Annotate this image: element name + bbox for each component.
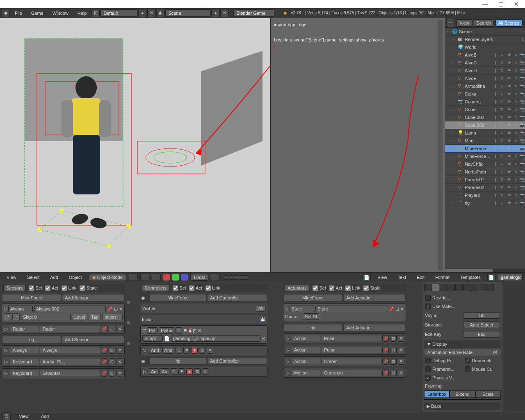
- txt-view[interactable]: View: [373, 274, 391, 281]
- object-tab-icon[interactable]: [455, 284, 463, 291]
- vp-object[interactable]: Object: [65, 274, 86, 281]
- pin-icon[interactable]: 📌: [107, 306, 113, 312]
- outliner-view[interactable]: View: [457, 19, 472, 27]
- delete-icon[interactable]: ✕: [119, 306, 123, 312]
- link-checkbox[interactable]: [62, 285, 67, 291]
- footer-add[interactable]: Add: [37, 413, 53, 420]
- level-button[interactable]: Level: [72, 314, 87, 320]
- axis-x-icon[interactable]: [163, 274, 170, 281]
- manipulator-icon[interactable]: [152, 274, 161, 281]
- tree-row[interactable]: ◦▽AlvoC|▽👁↖📷: [445, 59, 525, 67]
- actuator-action[interactable]: ▷ActionCorrer📌⊡✕: [283, 356, 406, 366]
- pulse-true-icon[interactable]: ⋮: [4, 313, 11, 320]
- maximize-icon[interactable]: ▢: [498, 1, 504, 7]
- mouse-cursor-checkbox[interactable]: [465, 366, 470, 372]
- add-controller-button[interactable]: Add Controller: [208, 294, 267, 301]
- menu-file[interactable]: File: [11, 9, 26, 17]
- store-icon[interactable]: 💾: [260, 317, 266, 322]
- letterbox-button[interactable]: Letterbox: [424, 390, 450, 398]
- scrollbar[interactable]: [445, 269, 525, 272]
- engine-dropdown[interactable]: Blender Game: [233, 9, 274, 17]
- bake-panel-header[interactable]: ▶ Bake: [424, 402, 501, 410]
- mode-dropdown[interactable]: ◆Object Mode: [89, 274, 126, 281]
- txt-templates[interactable]: Templates: [456, 274, 485, 281]
- txt-format[interactable]: Format: [431, 274, 454, 281]
- tree-row[interactable]: ◦▽NurbsPath|▽👁↖📷: [445, 168, 525, 176]
- add-scene-button[interactable]: +: [211, 9, 219, 17]
- menu-window[interactable]: Window: [48, 9, 73, 17]
- storage-dropdown[interactable]: Auto Select: [463, 322, 500, 328]
- tree-row[interactable]: ◦🌐Scene: [445, 28, 525, 36]
- add-layout-button[interactable]: +: [138, 9, 146, 17]
- tree-row[interactable]: ◦▽NavChão|▽👁↖📷: [445, 160, 525, 168]
- world-tab-icon[interactable]: [447, 284, 455, 291]
- scene-tab-icon[interactable]: [440, 284, 447, 291]
- scale-button[interactable]: Scale: [475, 390, 501, 398]
- layer-buttons[interactable]: [224, 275, 248, 280]
- menu-help[interactable]: Help: [73, 9, 91, 17]
- scene-icon[interactable]: ◉: [156, 9, 164, 17]
- tap-button[interactable]: Tap: [89, 314, 101, 320]
- axis-z-icon[interactable]: [181, 274, 188, 281]
- connection-socket[interactable]: [126, 300, 130, 304]
- controller-and[interactable]: ▷AnAn1⚑■⊡✕: [140, 367, 267, 377]
- editor-type-icon[interactable]: ☰: [447, 19, 455, 27]
- modifier-tab-icon[interactable]: [471, 284, 478, 291]
- sensor-keyboard[interactable]: ▷KeyboardLevantar📌⊡✕: [2, 368, 125, 378]
- tree-row[interactable]: ◦▽Cube.002|▽👁↖📷: [445, 114, 525, 121]
- vsync-dropdown[interactable]: On: [463, 312, 500, 319]
- tree-row[interactable]: ◦▽AlvoE|▽👁↖📷: [445, 75, 525, 82]
- actuator-motion[interactable]: ▷MotionCorrendo📌⊡✕: [283, 368, 406, 378]
- link-checkbox[interactable]: [205, 285, 211, 291]
- display-panel-header[interactable]: ▼ Display: [424, 340, 501, 348]
- sensor-always[interactable]: ▷AlwaysAlways📌⊡✕: [2, 345, 125, 355]
- tree-row[interactable]: ◦▽Man|▽👁↖📷: [445, 137, 525, 145]
- sensor-radar[interactable]: ▷RadarRadar📌⊡✕: [2, 324, 125, 334]
- 3d-viewport[interactable]: [0, 18, 271, 272]
- close-icon[interactable]: ✕: [514, 1, 519, 7]
- tree-row[interactable]: ◦🕴Player2|▽👁↖📷: [445, 192, 525, 199]
- tree-row[interactable]: ◦🕴rig|▽👁↖📷: [445, 199, 525, 207]
- physics-viz-checkbox[interactable]: [425, 375, 431, 381]
- text-editor-icon[interactable]: 📄: [363, 273, 371, 281]
- txt-text[interactable]: Text: [394, 274, 410, 281]
- add-controller-button[interactable]: Add Controller: [208, 358, 267, 364]
- tree-row[interactable]: ◦▽Parede02|▽👁↖📷: [445, 184, 525, 192]
- act-checkbox[interactable]: [189, 285, 194, 291]
- add-actuator-button[interactable]: Add Actuator: [344, 324, 405, 331]
- invert-button[interactable]: Invert: [102, 314, 123, 320]
- outliner-search[interactable]: Search: [474, 19, 494, 27]
- actuator-state-expanded[interactable]: ▽StateState📌⊡✕ OperaSet St: [283, 304, 406, 322]
- tree-row[interactable]: ◦▽Caixa|▽👁↖📷: [445, 90, 525, 98]
- restrict-checkbox[interactable]: [425, 295, 431, 301]
- add-sensor-button[interactable]: Add Sensor: [62, 336, 124, 343]
- actuators-dropdown[interactable]: Actuators: [285, 285, 309, 291]
- tree-row[interactable]: ◦▽MineForce|▽👁↖📷: [445, 145, 525, 153]
- material-tab-icon[interactable]: [486, 284, 494, 291]
- all-button[interactable]: All: [256, 305, 266, 312]
- add-sensor-button[interactable]: Add Sensor: [62, 294, 124, 301]
- actuator-action[interactable]: ▷ActionPular📌⊡✕: [283, 345, 406, 355]
- menu-game[interactable]: Game: [27, 9, 48, 17]
- delete-scene-button[interactable]: ✕: [220, 9, 228, 17]
- constraint-tab-icon[interactable]: [463, 284, 470, 291]
- txt-edit[interactable]: Edit: [413, 274, 429, 281]
- editor-type-icon[interactable]: ⏱: [2, 412, 11, 420]
- controller-and[interactable]: ▽AndAnd1⚑■⊡✕: [140, 345, 267, 355]
- tree-row[interactable]: ◦▦RenderLayers|: [445, 36, 525, 43]
- axis-y-icon[interactable]: [172, 274, 179, 281]
- data-tab-icon[interactable]: [479, 284, 486, 291]
- vp-select[interactable]: Select: [23, 274, 44, 281]
- tree-row[interactable]: ◦▽Cube.003|▽👁↖📷: [445, 121, 525, 129]
- color-swatch[interactable]: [424, 399, 501, 400]
- tree-row[interactable]: ◦▽MineForce.001|▽👁↖📷: [445, 153, 525, 160]
- sensor-always-expanded[interactable]: ▽ Always Always.002 📌 ⊡ ✕ ⋮ ⋮ Skip: 0 Le…: [2, 304, 125, 322]
- text-datablock-icon[interactable]: 📄: [487, 273, 495, 281]
- pivot-icon[interactable]: [140, 274, 149, 281]
- controller-python-expanded[interactable]: ▽PytPytho1⚑■⊡✕ Script📄gamelogic_simple.p…: [140, 325, 267, 344]
- tree-row[interactable]: ◦▽AlvoB|▽👁↖📷: [445, 51, 525, 59]
- sel-checkbox[interactable]: [173, 285, 178, 291]
- framerate-checkbox[interactable]: [425, 366, 431, 372]
- vp-view[interactable]: View: [2, 274, 21, 281]
- state-checkbox[interactable]: [80, 285, 85, 291]
